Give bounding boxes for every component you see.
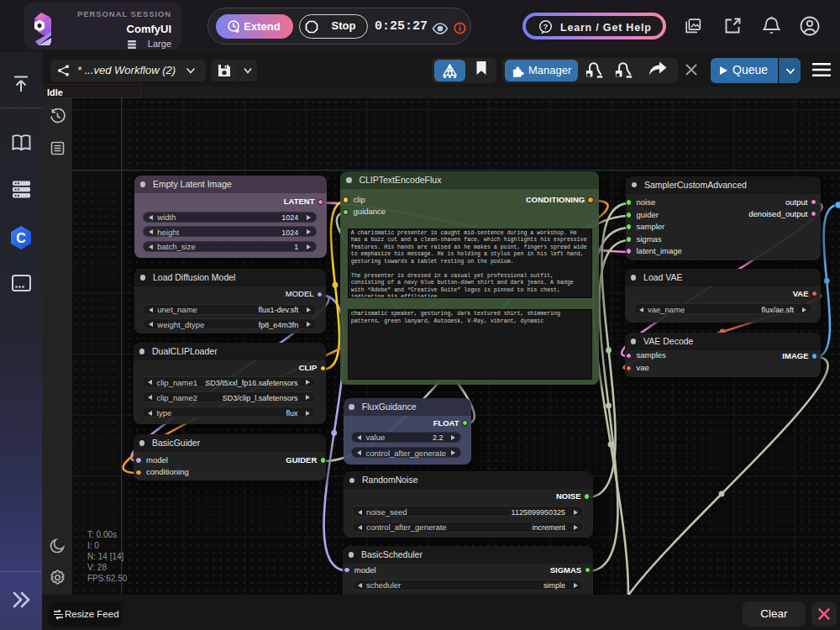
svg-text:C: C (16, 231, 26, 245)
svg-text:?: ? (543, 22, 549, 31)
